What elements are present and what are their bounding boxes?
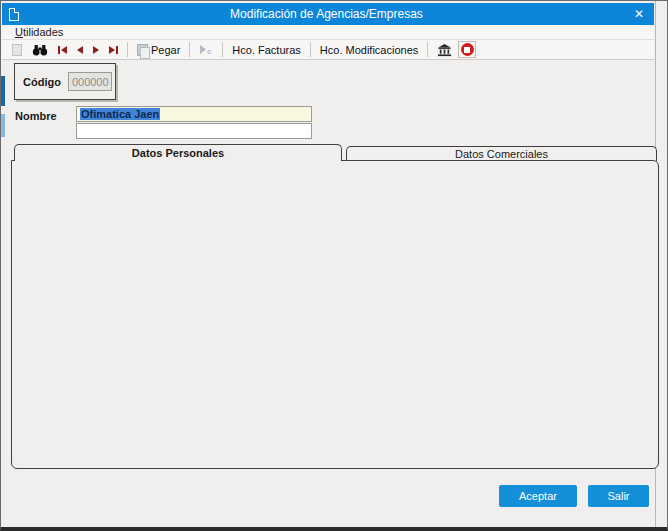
bar-icon — [58, 46, 60, 54]
last-record-button[interactable] — [105, 44, 122, 56]
next-record-button[interactable] — [89, 44, 103, 56]
nombre-label: Nombre — [15, 110, 57, 122]
bank-button[interactable] — [433, 41, 456, 58]
title-bar: Modificación de Agencias/Empresas ✕ — [2, 3, 654, 25]
new-record-button[interactable] — [8, 41, 26, 58]
pegar-label: Pegar — [151, 44, 180, 56]
nombre-selected-text: Ofimatica Jaen — [80, 108, 160, 120]
bar-icon — [116, 46, 118, 54]
first-icon — [61, 46, 67, 54]
paste-format-icon: c — [199, 44, 213, 55]
stop-button[interactable] — [458, 41, 476, 58]
first-record-button[interactable] — [54, 44, 71, 56]
background-window-edge — [1, 114, 5, 137]
svg-text:c: c — [207, 47, 212, 55]
codigo-label: Código — [23, 76, 61, 88]
toolbar-separator — [222, 42, 223, 57]
next-icon — [93, 46, 99, 54]
close-icon[interactable]: ✕ — [634, 7, 644, 21]
binoculars-icon — [32, 44, 48, 56]
toolbar-separator — [310, 42, 311, 57]
paste-icon — [137, 44, 148, 56]
codigo-groupbox: Código 000000 — [14, 63, 116, 100]
aceptar-button[interactable]: Aceptar — [499, 485, 577, 507]
nombre-input-2[interactable] — [76, 123, 312, 139]
pegar-button[interactable]: Pegar — [133, 41, 184, 58]
salir-button[interactable]: Salir — [588, 485, 649, 507]
codigo-field: 000000 — [68, 72, 112, 91]
paste-format-button[interactable]: c — [195, 41, 217, 58]
last-icon — [109, 46, 115, 54]
tab-panel-datos-personales — [11, 160, 659, 469]
hco-facturas-label: Hco. Facturas — [232, 44, 300, 56]
tab-datos-comerciales[interactable]: Datos Comerciales — [346, 146, 657, 161]
bank-icon — [437, 43, 452, 57]
window-icon — [9, 8, 19, 21]
toolbar-separator — [427, 42, 428, 57]
dialog-window: Modificación de Agencias/Empresas ✕ Util… — [0, 0, 668, 531]
nombre-input[interactable]: Ofimatica Jaen — [76, 106, 312, 122]
hco-facturas-button[interactable]: Hco. Facturas — [228, 41, 304, 58]
new-document-icon — [12, 44, 22, 56]
stop-icon — [461, 43, 474, 56]
tab-datos-personales[interactable]: Datos Personales — [14, 144, 342, 161]
search-button[interactable] — [28, 41, 52, 58]
prev-icon — [77, 46, 83, 54]
prev-record-button[interactable] — [73, 44, 87, 56]
background-window-edge — [1, 76, 5, 106]
menu-utilidades[interactable]: Utilidades — [11, 26, 67, 38]
menu-bar: Utilidades — [2, 25, 654, 40]
hco-modificaciones-button[interactable]: Hco. Modificaciones — [316, 41, 422, 58]
toolbar-separator — [127, 42, 128, 57]
window-title: Modificación de Agencias/Empresas — [19, 7, 634, 21]
hco-modificaciones-label: Hco. Modificaciones — [320, 44, 418, 56]
toolbar-separator — [189, 42, 190, 57]
toolbar: Pegar c Hco. Facturas Hco. Modificacione… — [2, 40, 654, 60]
